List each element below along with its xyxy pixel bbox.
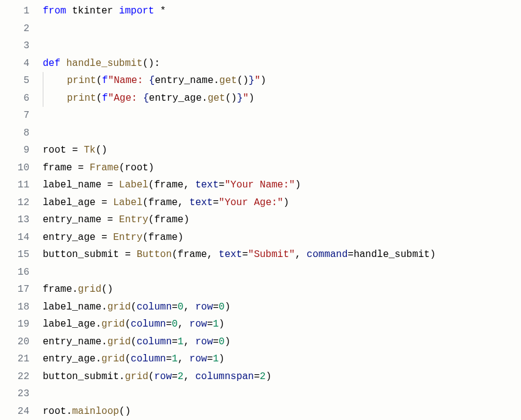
token-fn: grid — [107, 336, 131, 347]
code-line[interactable] — [43, 385, 521, 403]
code-line[interactable]: entry_age.grid(column=1, row=1) — [43, 350, 521, 368]
token-plain: () — [237, 75, 249, 86]
code-line[interactable]: frame = Frame(root) — [43, 159, 521, 177]
code-line[interactable]: entry_age = Entry(frame) — [43, 229, 521, 247]
code-line[interactable]: print(f"Name: {entry_name.get()}") — [43, 72, 521, 90]
token-decl: column — [137, 302, 172, 313]
token-plain: entry_age. — [149, 93, 208, 104]
indent-guide — [43, 72, 67, 90]
code-line[interactable]: frame.grid() — [43, 281, 521, 299]
token-plain: = — [166, 319, 172, 330]
code-area[interactable]: from tkinter import * def handle_submit(… — [38, 2, 521, 420]
line-number: 4 — [0, 55, 29, 73]
token-plain: ( — [96, 75, 102, 86]
line-number: 1 — [0, 2, 29, 20]
token-num: 0 — [219, 336, 225, 347]
token-s: "Your Name:" — [225, 179, 295, 190]
token-decl: row — [195, 302, 213, 313]
token-plain: * — [154, 5, 166, 16]
code-line[interactable]: label_age.grid(column=0, row=1) — [43, 316, 521, 333]
token-fn: grid — [107, 302, 131, 313]
token-fn: Entry — [119, 214, 148, 225]
token-fn: get — [219, 75, 237, 86]
token-plain: entry_name. — [43, 336, 107, 347]
token-decl: row — [154, 371, 172, 382]
line-number: 19 — [0, 316, 29, 333]
token-decl: column — [131, 319, 166, 330]
token-plain: label_age. — [43, 319, 101, 330]
token-plain: (root) — [119, 162, 155, 173]
token-decl: text — [195, 179, 219, 190]
token-plain: () — [95, 145, 107, 156]
line-number: 12 — [0, 194, 29, 212]
token-plain: ( — [131, 302, 137, 313]
line-number: 24 — [0, 403, 29, 421]
token-kw: f — [102, 75, 108, 86]
token-plain: , — [178, 353, 189, 364]
line-number: 9 — [0, 142, 29, 159]
token-plain: entry_name. — [155, 75, 219, 86]
token-plain: ) — [295, 179, 301, 190]
token-decl: row — [189, 319, 207, 330]
token-plain: = — [172, 371, 178, 382]
token-plain: = — [172, 336, 178, 347]
token-decl: text — [189, 197, 213, 208]
token-plain: = — [219, 179, 225, 190]
token-plain: ( — [125, 353, 131, 364]
token-plain: , — [183, 302, 195, 313]
token-kw: from — [43, 5, 66, 16]
code-line[interactable] — [43, 37, 521, 55]
line-number: 2 — [0, 20, 29, 38]
token-fn: Frame — [90, 162, 119, 173]
code-line[interactable] — [43, 20, 521, 38]
code-line[interactable]: entry_name = Entry(frame) — [43, 211, 521, 229]
token-plain: , — [183, 371, 195, 382]
token-plain: label_name. — [43, 302, 107, 313]
code-line[interactable]: entry_name.grid(column=1, row=0) — [43, 333, 521, 351]
token-plain: () — [225, 93, 237, 104]
token-kw: f — [102, 93, 108, 104]
token-s: "Submit" — [248, 249, 295, 260]
code-line[interactable]: print(f"Age: {entry_age.get()}") — [43, 90, 521, 107]
code-line[interactable]: def handle_submit(): — [43, 55, 521, 73]
code-line[interactable]: root.mainloop() — [43, 403, 521, 421]
line-number: 8 — [0, 125, 29, 142]
code-line[interactable] — [43, 125, 521, 142]
token-plain: ) — [219, 353, 225, 364]
token-plain: ) — [225, 302, 231, 313]
token-num: 1 — [172, 353, 178, 364]
token-plain: ) — [260, 75, 266, 86]
token-fn: Button — [137, 249, 172, 260]
token-s: " — [243, 93, 249, 104]
code-line[interactable]: button_submit.grid(row=2, columnspan=2) — [43, 368, 521, 386]
token-plain — [60, 58, 67, 69]
token-fn: mainloop — [72, 406, 119, 417]
token-s: " — [255, 75, 261, 86]
code-line[interactable]: label_name = Label(frame, text="Your Nam… — [43, 176, 521, 194]
code-line[interactable]: label_name.grid(column=0, row=0) — [43, 299, 521, 316]
code-line[interactable]: from tkinter import * — [43, 2, 521, 20]
line-number: 18 — [0, 299, 29, 316]
token-plain: (): — [142, 58, 160, 69]
code-editor: 123456789101112131415161718192021222324 … — [0, 0, 521, 420]
line-number: 6 — [0, 90, 29, 107]
line-number: 23 — [0, 385, 29, 403]
token-decl: columnspan — [195, 371, 254, 382]
code-line[interactable]: label_age = Label(frame, text="Your Age:… — [43, 194, 521, 212]
token-plain: = — [166, 353, 172, 364]
line-number: 5 — [0, 72, 29, 90]
token-plain: root = — [43, 145, 84, 156]
token-plain: (frame, — [172, 249, 219, 260]
token-plain: ( — [148, 371, 155, 382]
line-number: 17 — [0, 281, 29, 299]
token-decl: column — [137, 336, 172, 347]
code-line[interactable] — [43, 264, 521, 281]
code-line[interactable]: button_submit = Button(frame, text="Subm… — [43, 246, 521, 264]
code-line[interactable]: root = Tk() — [43, 142, 521, 159]
code-line[interactable] — [43, 107, 521, 125]
line-number: 3 — [0, 37, 29, 55]
token-s: "Your Age:" — [219, 197, 283, 208]
token-plain: tkinter — [66, 5, 118, 16]
token-num: 1 — [213, 319, 219, 330]
token-plain: root. — [43, 406, 72, 417]
